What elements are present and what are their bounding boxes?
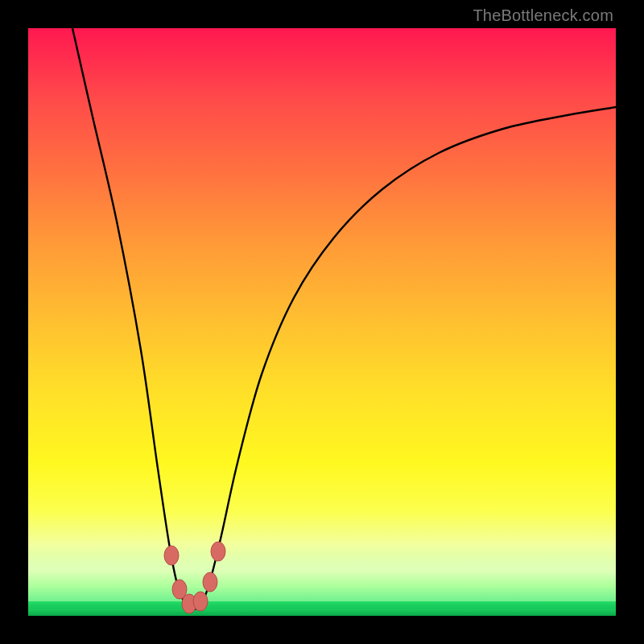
curve-marker: [193, 592, 208, 611]
attribution-text: TheBottleneck.com: [473, 6, 613, 25]
chart-svg: [28, 28, 616, 616]
curve-marker: [211, 542, 225, 561]
bottleneck-curve: [72, 28, 616, 609]
curve-marker: [164, 546, 179, 565]
plot-area: [28, 28, 616, 616]
chart-frame: TheBottleneck.com: [0, 0, 644, 644]
curve-marker: [203, 572, 217, 592]
curve-markers: [164, 542, 225, 613]
